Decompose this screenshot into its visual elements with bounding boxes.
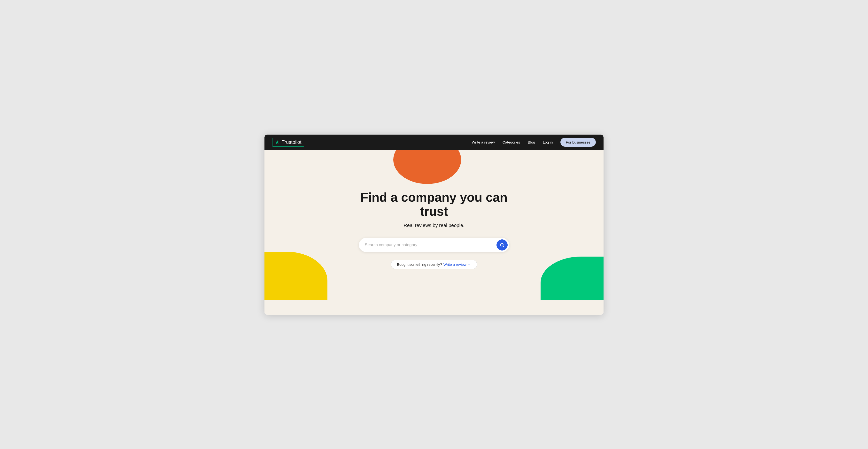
- search-button[interactable]: [496, 239, 507, 251]
- svg-line-1: [503, 246, 504, 247]
- hero-title: Find a company you can trust: [349, 191, 519, 218]
- write-review-link[interactable]: Write a review →: [443, 262, 471, 266]
- browser-window: ★ Trustpilot Write a review Categories B…: [265, 135, 603, 315]
- search-bar: [359, 238, 509, 252]
- hero-content: Find a company you can trust Real review…: [349, 191, 519, 269]
- yellow-shape: [265, 252, 328, 300]
- arrow-right-icon: →: [467, 262, 471, 266]
- logo[interactable]: ★ Trustpilot: [272, 138, 304, 147]
- recently-bought-bar[interactable]: Bought something recently? Write a revie…: [391, 260, 477, 269]
- green-shape: [540, 257, 603, 300]
- nav-write-review[interactable]: Write a review: [472, 140, 495, 144]
- logo-text: Trustpilot: [282, 139, 302, 145]
- nav-login[interactable]: Log in: [543, 140, 553, 144]
- nav-categories[interactable]: Categories: [502, 140, 520, 144]
- star-icon: ★: [275, 140, 280, 145]
- hero-section: Find a company you can trust Real review…: [265, 150, 603, 315]
- hero-subtitle: Real reviews by real people.: [349, 223, 519, 228]
- search-icon: [500, 243, 504, 247]
- search-input[interactable]: [365, 243, 496, 247]
- nav-blog[interactable]: Blog: [528, 140, 535, 144]
- for-businesses-button[interactable]: For businesses: [560, 138, 596, 147]
- recently-bought-text: Bought something recently?: [397, 262, 442, 266]
- nav-links: Write a review Categories Blog Log in Fo…: [472, 138, 596, 147]
- orange-shape: [393, 150, 461, 184]
- navbar: ★ Trustpilot Write a review Categories B…: [265, 135, 603, 150]
